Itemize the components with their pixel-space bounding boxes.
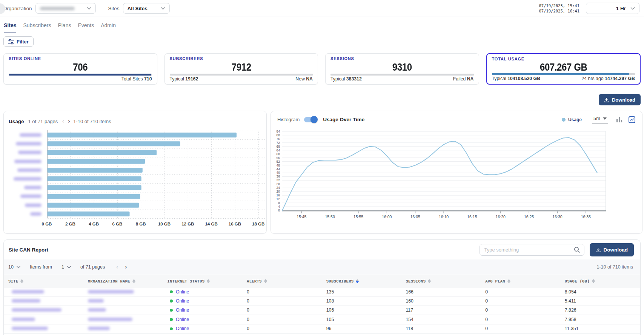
next-page-arrow[interactable]: › — [125, 264, 127, 270]
usage-bar[interactable] — [48, 194, 140, 199]
kpi-card-sites-online[interactable]: SITES ONLINE 706 Total Sites 710 — [3, 53, 157, 85]
bar-label-redacted[interactable] — [4, 166, 47, 174]
cell-subscribers: 105 — [326, 317, 406, 322]
column-header-site[interactable]: SITE — [8, 279, 88, 284]
internet-status[interactable]: Online — [167, 298, 247, 304]
bar-label-redacted[interactable] — [4, 157, 47, 166]
site-name-redacted[interactable] — [12, 327, 48, 330]
kpi-foot-right: New NA — [295, 77, 313, 82]
filter-label: Filter — [17, 39, 29, 45]
bar-label-redacted[interactable] — [4, 201, 47, 210]
table-row[interactable]: Online 0 105 154 0 7.958 — [4, 315, 640, 324]
table-row[interactable]: Online 0 135 166 0 8.054 — [4, 287, 640, 296]
download-button[interactable]: Download — [599, 94, 641, 105]
kpi-card-sessions[interactable]: SESSIONS 9310 Typical 383312Failed NA — [325, 53, 479, 85]
bar-label-redacted[interactable] — [4, 210, 47, 218]
prev-page-arrow[interactable]: ‹ — [116, 264, 118, 270]
internet-status[interactable]: Online — [167, 289, 247, 295]
cell-alerts: 0 — [247, 298, 326, 304]
organization-select[interactable] — [35, 3, 96, 14]
report-search[interactable] — [480, 244, 584, 256]
tab-sites[interactable]: Sites — [4, 18, 16, 32]
kpi-card-total-usage[interactable]: TOTAL USAGE 607.267 GB Typical 104108.52… — [486, 53, 641, 85]
site-name-redacted[interactable] — [12, 308, 61, 312]
internet-status[interactable]: Online — [167, 317, 247, 322]
prev-page-arrow[interactable]: ‹ — [62, 118, 64, 124]
site-name-redacted[interactable] — [12, 290, 44, 293]
bar-label-redacted[interactable] — [4, 131, 47, 139]
filter-button[interactable]: Filter — [3, 36, 34, 47]
usage-bar[interactable] — [48, 203, 139, 208]
online-dot-icon — [170, 309, 173, 312]
column-header-sessions[interactable]: SESSIONS — [406, 279, 485, 284]
bar-chart-icon[interactable] — [616, 117, 622, 122]
bar-chart-labels — [4, 128, 47, 229]
sort-icon — [264, 279, 267, 284]
internet-status[interactable]: Online — [167, 326, 247, 331]
pages-count-label: of 71 pages — [80, 264, 105, 270]
table-row[interactable]: Online 0 106 117 0 7.826 — [4, 306, 640, 315]
kpi-progress-bar — [9, 74, 152, 76]
table-row[interactable]: Online 0 96 118 0 11.351 — [4, 324, 640, 333]
column-header-usage-gb-[interactable]: USAGE (GB) — [565, 279, 641, 284]
usage-bar[interactable] — [48, 159, 145, 164]
cell-sessions: 154 — [406, 317, 485, 322]
tab-plans[interactable]: Plans — [58, 18, 71, 32]
usage-bar[interactable] — [48, 150, 157, 155]
tab-events[interactable]: Events — [78, 18, 94, 32]
site-name-redacted[interactable] — [12, 318, 35, 321]
sites-select[interactable]: All Sites — [123, 3, 170, 14]
table-row[interactable]: Online 0 108 160 0 5.411 — [4, 296, 640, 306]
site-name-redacted[interactable] — [12, 299, 40, 303]
usage-bar[interactable] — [48, 133, 237, 137]
page-select[interactable]: 1 — [61, 264, 71, 270]
column-header-avg-plan[interactable]: AVG PLAN — [485, 279, 565, 284]
kpi-progress-bar — [330, 74, 474, 76]
line-y-tick-label: 72 — [277, 141, 280, 145]
usage-bar[interactable] — [48, 211, 130, 216]
next-page-arrow[interactable]: › — [68, 118, 70, 124]
bar-label-redacted[interactable] — [4, 183, 47, 192]
usage-bar-chart: 0 GB2 GB4 GB6 GB8 GB10 GB12 GB14 GB16 GB… — [47, 128, 267, 229]
interval-value: 5m — [593, 116, 600, 121]
usage-bar[interactable] — [48, 141, 180, 146]
download-icon — [596, 247, 601, 252]
line-y-tick-label: 60 — [277, 152, 280, 156]
tab-subscribers[interactable]: Subscribers — [23, 18, 51, 32]
kpi-label: SESSIONS — [330, 56, 474, 61]
line-y-tick-label: 20 — [277, 190, 280, 193]
time-range-display: 07/19/2025, 15:41 07/19/2025, 16:41 — [539, 3, 579, 14]
time-range-select[interactable]: 1 Hr — [586, 3, 639, 14]
line-y-tick-label: 8 — [278, 201, 280, 205]
kpi-value: 9310 — [341, 61, 464, 74]
cell-alerts: 0 — [247, 289, 326, 295]
internet-status[interactable]: Online — [167, 307, 247, 313]
column-header-alerts[interactable]: ALERTS — [247, 279, 326, 284]
column-header-organization-name[interactable]: ORGANIZATION NAME — [88, 279, 168, 284]
kpi-card-subscribers[interactable]: SUBSCRIBERS 7912 Typical 19162New NA — [164, 53, 318, 85]
report-download-button[interactable]: Download — [590, 243, 634, 256]
histogram-usage-toggle[interactable] — [304, 117, 317, 122]
usage-bar[interactable] — [48, 168, 143, 173]
online-dot-icon — [170, 290, 173, 293]
page-size-select[interactable]: 10 — [8, 264, 20, 270]
search-input[interactable] — [484, 247, 574, 253]
line-chart-icon[interactable] — [629, 116, 635, 123]
online-dot-icon — [170, 318, 173, 321]
bar-label-redacted[interactable] — [4, 174, 47, 183]
column-header-internet-status[interactable]: INTERNET STATUS — [167, 279, 247, 284]
cell-usage: 5.411 — [565, 298, 641, 304]
usage-bar[interactable] — [48, 176, 141, 181]
interval-select[interactable]: 5m — [592, 116, 608, 124]
tab-admin[interactable]: Admin — [101, 18, 116, 32]
sites-select-value: All Sites — [128, 6, 148, 11]
kpi-label: SITES ONLINE — [9, 56, 152, 61]
cell-avg-plan: 0 — [485, 298, 565, 304]
bar-label-redacted[interactable] — [4, 148, 47, 157]
usage-bar[interactable] — [48, 185, 141, 190]
bar-label-redacted[interactable] — [4, 139, 47, 148]
cell-usage: 7.958 — [565, 317, 641, 322]
kpi-foot-right: 24 hrs ago 14744.297 GB — [581, 76, 635, 81]
bar-label-redacted[interactable] — [4, 192, 47, 201]
column-header-subscribers[interactable]: SUBSCRIBERS — [326, 279, 406, 284]
